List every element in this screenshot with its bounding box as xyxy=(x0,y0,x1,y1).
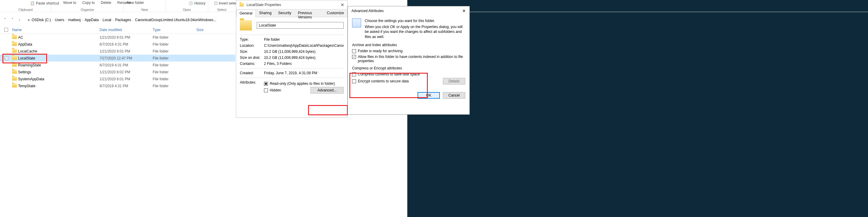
breadcrumb-item[interactable]: CanonicalGroupLimited.Ubuntu18.04onWindo… xyxy=(135,18,216,22)
file-type: File folder xyxy=(153,56,196,60)
advanced-title: Advanced Attributes xyxy=(351,9,384,13)
tab-general[interactable]: General xyxy=(236,10,256,17)
folder-icon xyxy=(12,63,17,67)
chevron-right-icon: › xyxy=(65,19,66,22)
move-to-button[interactable]: Move to xyxy=(63,1,76,5)
delete-button[interactable]: Delete xyxy=(101,1,111,5)
properties-titlebar[interactable]: LocalState Properties ✕ xyxy=(236,0,347,9)
chevron-right-icon: › xyxy=(100,19,101,22)
file-type: File folder xyxy=(153,84,196,88)
new-folder-button[interactable]: New folder xyxy=(127,1,144,5)
file-row[interactable]: AC1/21/2020 6:01 PMFile folder xyxy=(0,34,235,41)
folder-icon xyxy=(12,70,17,74)
breadcrumb-item[interactable]: Packages› xyxy=(115,18,133,22)
index-label: Allow files in this folder to have conte… xyxy=(358,55,465,63)
prop-sizeondisk-value: 10.2 GB (11,008,999,424 bytes) xyxy=(264,56,344,60)
col-date-header[interactable]: Date modified xyxy=(99,28,153,32)
tab-security[interactable]: Security xyxy=(275,9,294,17)
file-row[interactable]: Settings1/21/2020 6:02 PMFile folder xyxy=(0,68,235,75)
close-icon[interactable]: ✕ xyxy=(462,8,466,13)
file-row[interactable]: AppData6/7/2019 4:31 PMFile folder xyxy=(0,41,235,48)
encrypt-checkbox[interactable] xyxy=(352,80,356,83)
breadcrumb-item[interactable]: AppData› xyxy=(85,18,101,22)
nav-up-icon[interactable]: ↑ xyxy=(17,17,22,23)
col-size-header[interactable]: Size xyxy=(196,28,226,32)
col-name-header[interactable]: Name xyxy=(12,28,99,32)
file-type: File folder xyxy=(153,77,196,81)
tab-customize[interactable]: Customize xyxy=(323,9,347,17)
select-all-checkbox[interactable] xyxy=(4,28,8,32)
compress-checkbox[interactable] xyxy=(352,72,356,76)
paste-icon: 📋 xyxy=(30,1,35,5)
hidden-label: Hidden xyxy=(270,88,281,92)
folder-icon xyxy=(240,3,244,7)
folder-icon xyxy=(12,84,17,88)
advanced-attributes-dialog: Advanced Attributes ✕ Choose the setting… xyxy=(347,6,470,115)
ribbon-group-clipboard: Clipboard xyxy=(19,8,33,12)
advanced-titlebar[interactable]: Advanced Attributes ✕ xyxy=(348,6,469,16)
compress-section-title: Compress or Encrypt attributes xyxy=(352,66,465,70)
readonly-checkbox[interactable] xyxy=(264,82,268,86)
file-row[interactable]: RoamingState6/7/2019 4:31 PMFile folder xyxy=(0,62,235,68)
file-row[interactable]: TempState6/7/2019 4:31 PMFile folder xyxy=(0,83,235,89)
file-row[interactable]: LocalCache1/21/2020 6:01 PMFile folder xyxy=(0,48,235,55)
properties-title: LocalState Properties xyxy=(247,3,281,7)
file-type: File folder xyxy=(153,70,196,74)
prop-created-value: Friday, June 7, 2019, 4:31:08 PM xyxy=(264,71,344,75)
file-type: File folder xyxy=(153,35,196,39)
file-date: 1/21/2020 6:01 PM xyxy=(99,35,153,39)
paste-shortcut-button[interactable]: 📋 Paste shortcut xyxy=(30,1,59,5)
file-list: AC1/21/2020 6:01 PMFile folder AppData6/… xyxy=(0,34,235,89)
breadcrumb-item[interactable]: Users› xyxy=(55,18,66,22)
archive-checkbox[interactable] xyxy=(352,49,356,53)
copy-to-button[interactable]: Copy to xyxy=(82,1,95,5)
file-date: 6/7/2019 4:31 PM xyxy=(99,84,153,88)
prop-created-label: Created: xyxy=(240,71,264,75)
row-checkbox[interactable] xyxy=(4,56,8,60)
nav-fwd-icon[interactable]: ˅ xyxy=(10,17,15,23)
hidden-checkbox[interactable] xyxy=(264,88,268,92)
prop-type-label: Type: xyxy=(240,37,264,42)
col-type-header[interactable]: Type xyxy=(153,28,196,32)
file-row[interactable]: SystemAppData1/21/2020 6:01 PMFile folde… xyxy=(0,75,235,83)
file-date: 1/21/2020 6:01 PM xyxy=(99,77,153,81)
breadcrumb-item[interactable]: OSDisk (C:)› xyxy=(32,18,53,22)
tab-sharing[interactable]: Sharing xyxy=(256,9,275,17)
index-checkbox[interactable]: ✓ xyxy=(352,55,356,59)
prop-attributes-label: Attributes: xyxy=(240,80,264,95)
chevron-right-icon: › xyxy=(132,19,133,22)
breadcrumb-item[interactable]: mattwoj› xyxy=(68,18,83,22)
file-name: SystemAppData xyxy=(18,77,99,81)
ok-button[interactable]: OK xyxy=(417,92,440,99)
tab-previous-versions[interactable]: Previous Versions xyxy=(294,9,323,17)
details-button[interactable]: Details xyxy=(443,78,465,85)
cancel-button[interactable]: Cancel xyxy=(443,92,465,99)
folder-icon xyxy=(12,35,17,39)
chevron-right-icon: › xyxy=(52,19,53,22)
file-date: 6/7/2019 4:31 PM xyxy=(99,42,153,46)
advanced-button[interactable]: Advanced... xyxy=(310,87,344,94)
readonly-label: Read-only (Only applies to files in fold… xyxy=(270,82,335,86)
close-icon[interactable]: ✕ xyxy=(341,2,344,7)
file-name: AppData xyxy=(18,42,99,46)
file-name: LocalCache xyxy=(18,49,99,54)
breadcrumb-item[interactable]: « xyxy=(28,18,30,22)
file-date: 7/27/2020 12:47 PM xyxy=(99,56,153,60)
folder-icon xyxy=(12,56,17,60)
history-button[interactable]: 🕒 History xyxy=(189,1,206,5)
prop-contains-label: Contains: xyxy=(240,62,264,66)
nav-back-icon[interactable]: ˄ xyxy=(2,17,8,23)
prop-type-value: File folder xyxy=(264,37,344,42)
encrypt-label: Encrypt contents to secure data xyxy=(358,79,409,83)
chevron-right-icon: › xyxy=(82,19,83,22)
file-name: Settings xyxy=(18,70,99,74)
file-row-selected[interactable]: LocalState7/27/2020 12:47 PMFile folder xyxy=(0,55,235,62)
history-icon: 🕒 xyxy=(189,1,193,5)
archive-label: Folder is ready for archiving xyxy=(358,49,402,53)
prop-sizeondisk-label: Size on disk: xyxy=(240,56,264,60)
breadcrumb-item[interactable]: Local› xyxy=(102,18,114,22)
file-type: File folder xyxy=(153,42,196,46)
column-headers: Name Date modified Type Size xyxy=(0,26,235,34)
ribbon-group-new: New xyxy=(141,8,148,12)
folder-name-input[interactable] xyxy=(257,22,344,29)
